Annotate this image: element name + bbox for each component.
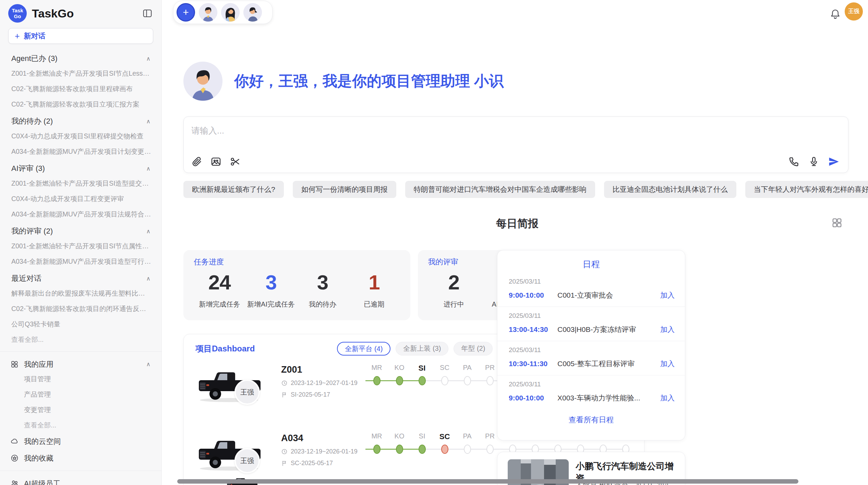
milestone-dot	[441, 376, 448, 385]
schedule-line: 10:30-11:30C005-整车工程目标评审加入	[509, 359, 675, 369]
schedule-item: 2025/03/1113:00-14:30C003|H0B-方案冻结评审加入	[497, 307, 685, 341]
sidebar-item[interactable]: C02-飞腾新能源轻客改款项目里程碑画布	[0, 81, 161, 97]
milestone-dot	[486, 376, 494, 385]
sidebar-item[interactable]: C0X4-动力总成开发项目工程变更评审	[0, 191, 161, 207]
microphone-icon[interactable]	[808, 156, 819, 167]
suggestion-chip[interactable]: 如何写一份清晰的项目周报	[293, 181, 396, 198]
join-button[interactable]: 加入	[660, 393, 675, 403]
sidebar-section-header[interactable]: Agent已办 (3)∧	[0, 49, 161, 66]
join-button[interactable]: 加入	[660, 359, 675, 369]
sidebar-item[interactable]: Z001-全新燃油皮卡产品开发项目SI节点Lesson Learn报告	[0, 66, 161, 81]
cloud-icon	[10, 437, 19, 446]
schedule-event-title: C005-整车工程目标评审	[557, 359, 656, 369]
schedule-item: 2025/03/1110:30-11:30C005-整车工程目标评审加入	[497, 341, 685, 375]
horizontal-scrollbar[interactable]	[177, 479, 798, 484]
sidebar-item[interactable]: 解释最新出台的欧盟报废车法规再生塑料比例被调至15%...	[0, 286, 161, 301]
sidebar-section-header[interactable]: 我的评审 (2)∧	[0, 222, 161, 238]
dashboard-tab[interactable]: 全新平台 (4)	[337, 342, 390, 356]
milestone-dot	[464, 376, 471, 385]
milestone-label: PA	[456, 364, 479, 373]
notifications-bell-icon[interactable]	[830, 9, 841, 20]
sidebar-section-header[interactable]: 最近对话∧	[0, 269, 161, 286]
milestone-label: SC	[433, 364, 456, 373]
join-button[interactable]: 加入	[660, 325, 675, 334]
flag-icon	[281, 460, 288, 467]
sidebar-app-item[interactable]: 项目管理	[0, 371, 161, 387]
briefing-header: 每日简报	[183, 216, 851, 231]
section-title: AI评审 (3)	[11, 163, 45, 174]
input-tools-left	[191, 156, 241, 167]
logo-text-top: Task	[12, 8, 23, 13]
screenshot-scissors-icon[interactable]	[230, 156, 241, 167]
chevron-up-icon: ∧	[146, 118, 150, 125]
image-upload-icon[interactable]	[210, 156, 221, 167]
stat-item: 3新增AI完成任务	[245, 271, 297, 309]
sidebar-section-header[interactable]: 我的待办 (2)∧	[0, 112, 161, 128]
sidebar-item[interactable]: 查看全部...	[0, 332, 161, 347]
stat-label: 新增AI完成任务	[245, 300, 297, 309]
sidebar-item[interactable]: A034-全新新能源MUV产品开发项目造型可行性评审	[0, 254, 161, 269]
chat-input[interactable]	[191, 126, 603, 136]
stat-row: 24新增完成任务3新增AI完成任务3我的待办1已逾期	[194, 271, 400, 309]
new-chat-button[interactable]: + 新对话	[8, 28, 153, 44]
sidebar: Task Go TaskGo + 新对话 Agent已办 (3)∧Z001-全新…	[0, 0, 162, 485]
dashboard-tab[interactable]: 年型 (2)	[454, 342, 493, 356]
sidebar-tool-people[interactable]: AI超级员工	[0, 475, 161, 485]
chevron-up-icon: ∧	[146, 165, 150, 172]
sidebar-item[interactable]: C02-飞腾新能源轻客改款项目的闭环通告反馈情况	[0, 301, 161, 316]
sidebar-item[interactable]: 公司Q3轻卡销量	[0, 316, 161, 332]
suggestion-chip[interactable]: 当下年轻人对汽车外观有怎样的喜好趋势	[745, 181, 868, 198]
project-flag-text: SI-2025-05-17	[291, 391, 330, 398]
sidebar-item-my-apps[interactable]: 我的应用 ∧	[0, 356, 161, 371]
schedule-time: 10:30-11:30	[509, 360, 557, 368]
voice-call-icon[interactable]	[788, 156, 799, 167]
owner-badge: 王强	[234, 380, 260, 405]
schedule-time: 9:00-10:00	[509, 394, 557, 402]
view-all-schedule-link[interactable]: 查看所有日程	[497, 415, 685, 425]
layout-grid-icon[interactable]	[831, 217, 843, 228]
send-icon[interactable]	[828, 156, 839, 167]
section-title: 我的待办 (2)	[11, 116, 53, 126]
milestone-dot	[441, 445, 448, 454]
sidebar-item[interactable]: Z001-全新燃油轻卡产品开发项目SI节点属性5D文件评审	[0, 238, 161, 254]
project-info: Z0012023-12-19~2027-01-19SI-2025-05-17	[281, 364, 358, 398]
suggestion-chip[interactable]: 比亚迪全固态电池计划具体说了什么	[604, 181, 736, 198]
suggestion-chip[interactable]: 欧洲新规最近颁布了什么?	[183, 181, 284, 198]
user-avatar[interactable]: 王强	[845, 2, 863, 21]
project-info: A0342023-12-19~2026-01-19SC-2025-05-17	[281, 433, 358, 467]
divider	[0, 351, 161, 352]
sidebar-item[interactable]: C02-飞腾新能源轻客改款项目立项汇报方案	[0, 97, 161, 112]
milestone-label: KO	[388, 432, 411, 441]
sidebar-app-item[interactable]: 产品管理	[0, 387, 161, 402]
sidebar-item[interactable]: A034-全新新能源MUV产品开发项目计划变更表编写	[0, 144, 161, 159]
sidebar-item[interactable]: C0X4-动力总成开发项目SI里程碑提交物检查	[0, 128, 161, 144]
milestone-label: MR	[365, 364, 388, 373]
milestone-dot	[373, 445, 381, 454]
sidebar-item[interactable]: Z001-全新燃油轻卡产品开发项目SI造型提交物评审	[0, 176, 161, 191]
sidebar-item[interactable]: A034-全新新能源MUV产品开发项目法规符合性评审	[0, 207, 161, 222]
agent-avatar-3[interactable]	[243, 3, 262, 22]
milestone-dot	[419, 376, 426, 385]
assistant-avatar	[183, 62, 222, 101]
agent-avatar-2[interactable]	[221, 3, 240, 22]
project-dates: 2023-12-19~2026-01-19	[281, 448, 358, 455]
sidebar-link-cloud[interactable]: 我的云空间	[0, 433, 161, 450]
sidebar-app-item[interactable]: 变更管理	[0, 402, 161, 418]
sidebar-link-star[interactable]: 我的收藏	[0, 450, 161, 467]
schedule-time: 13:00-14:30	[509, 325, 557, 334]
chevron-up-icon: ∧	[146, 228, 150, 235]
schedule-line: 9:00-10:00X003-车辆动力学性能验...加入	[509, 393, 675, 403]
attachment-icon[interactable]	[191, 156, 202, 167]
dashboard-tab[interactable]: 全新上装 (3)	[396, 342, 448, 356]
join-button[interactable]: 加入	[660, 290, 675, 300]
greeting-text: 你好，王强，我是你的项目管理助理 小识	[234, 71, 504, 91]
sidebar-collapse-icon[interactable]	[142, 8, 153, 18]
sidebar-app-item[interactable]: 查看全部...	[0, 418, 161, 433]
sidebar-section-header[interactable]: AI评审 (3)∧	[0, 159, 161, 176]
app-title: TaskGo	[32, 7, 142, 20]
schedule-date: 2025/03/11	[509, 346, 675, 354]
logo-row: Task Go TaskGo	[0, 0, 161, 25]
agent-avatar-1[interactable]	[199, 3, 217, 22]
suggestion-chip[interactable]: 特朗普可能对进口汽车增税会对中国车企造成哪些影响	[405, 181, 595, 198]
add-agent-button[interactable]: +	[177, 3, 195, 22]
